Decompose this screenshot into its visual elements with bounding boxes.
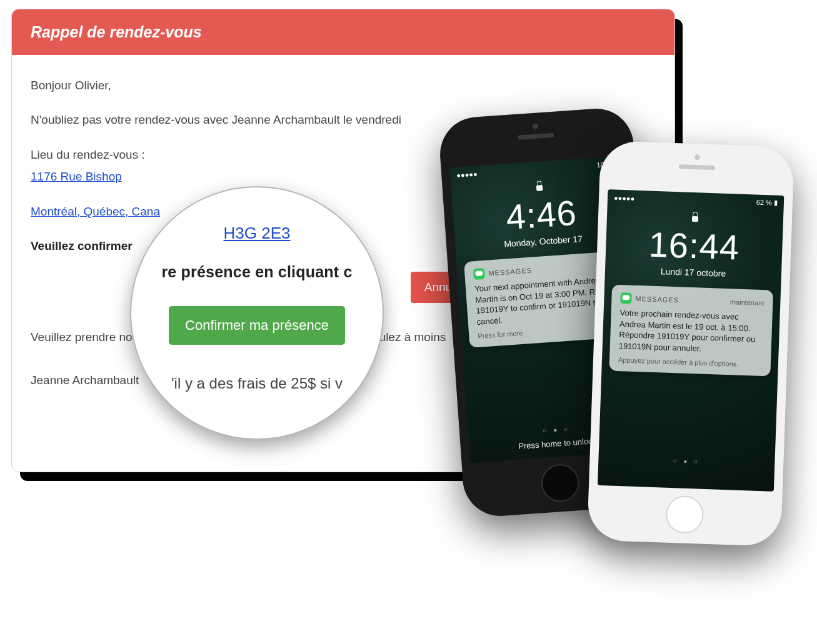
lock-icon <box>534 181 544 192</box>
magnifier-lens: H3G 2E3 re présence en cliquant c Confir… <box>130 186 384 440</box>
messages-icon <box>473 268 485 280</box>
lock-icon <box>691 212 700 223</box>
notification-app-label: MESSAGES <box>635 295 679 304</box>
stage: Rappel de rendez-vous Bonjour Olivier, N… <box>0 0 817 644</box>
notification-time: maintenant <box>730 298 764 307</box>
notification-app: MESSAGES <box>620 292 679 305</box>
notification-body: Votre prochain rendez-vous avec Andrea M… <box>619 307 764 356</box>
phone-white-screen: ●●●●● 62 % ▮ 16:44 Lundi 17 octobre MESS… <box>598 189 784 492</box>
page-dots: ○ ● ○ <box>598 455 774 468</box>
notification-app-label: MESSAGES <box>488 267 532 277</box>
email-header-title: Rappel de rendez-vous <box>31 23 202 41</box>
email-greeting: Bonjour Olivier, <box>31 76 656 94</box>
battery-icon: 62 % ▮ <box>756 199 778 207</box>
magnifier-fee-text: 'il y a des frais de 25$ si v <box>150 375 364 392</box>
phone-speaker-icon <box>518 133 554 140</box>
notification-card[interactable]: MESSAGES maintenant Votre prochain rende… <box>609 285 773 377</box>
magnifier-content: H3G 2E3 re présence en cliquant c Confir… <box>131 187 383 438</box>
email-address-line1[interactable]: 1176 Rue Bishop <box>31 170 122 183</box>
phone-white: ●●●●● 62 % ▮ 16:44 Lundi 17 octobre MESS… <box>587 141 794 547</box>
home-button[interactable] <box>540 463 580 503</box>
lockscreen-time: 16:44 <box>605 222 783 269</box>
signal-icon: ●●●●● <box>456 170 478 179</box>
phone-camera-icon <box>694 154 700 160</box>
phone-speaker-icon <box>679 164 715 170</box>
magnifier-confirm-button[interactable]: Confirmer ma présence <box>169 306 345 345</box>
signal-icon: ●●●●● <box>614 194 635 202</box>
phone-camera-icon <box>532 123 538 129</box>
home-button[interactable] <box>665 495 704 534</box>
messages-icon <box>620 292 632 304</box>
notification-more: Appuyez pour accéder à plus d'options. <box>618 356 762 369</box>
status-bar: ●●●●● 62 % ▮ <box>608 189 784 211</box>
notification-header: MESSAGES maintenant <box>620 292 764 309</box>
notification-app: MESSAGES <box>473 265 533 280</box>
email-header: Rappel de rendez-vous <box>12 9 674 55</box>
email-address-line2[interactable]: Montréal, Québec, Cana <box>31 205 160 218</box>
magnifier-bold-text: re présence en cliquant c <box>150 263 364 281</box>
magnifier-postal: H3G 2E3 <box>150 224 364 243</box>
